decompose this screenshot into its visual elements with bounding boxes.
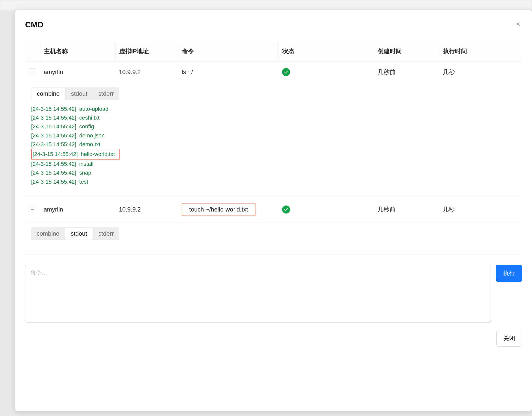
log-line: [24-3-15 14:55:42]snap: [31, 168, 516, 177]
tab-combine[interactable]: combine: [31, 227, 65, 240]
log-output: [24-3-15 14:55:42]auto-upload[24-3-15 14…: [31, 105, 516, 186]
row-expander[interactable]: −: [29, 206, 36, 213]
log-line: [24-3-15 14:55:42]test: [31, 177, 516, 186]
th-status: 状态: [279, 42, 374, 62]
tab-stderr[interactable]: stderr: [93, 227, 119, 240]
expanded-row: combinestdoutstderr[24-3-15 14:55:42]aut…: [25, 83, 522, 196]
execute-button[interactable]: 执行: [496, 265, 522, 282]
tab-stdout[interactable]: stdout: [65, 87, 93, 100]
cell-exec: 几秒: [439, 196, 522, 223]
close-button[interactable]: 关闭: [496, 330, 522, 347]
close-icon[interactable]: [514, 20, 522, 29]
tab-stderr[interactable]: stderr: [93, 87, 119, 100]
check-icon: [282, 68, 290, 76]
modal-footer: 关闭: [25, 330, 522, 347]
table-row: −amyrlin10.9.9.2ls ~/几秒前几秒: [25, 62, 522, 83]
modal-title: CMD: [25, 20, 43, 29]
modal-header: CMD: [25, 20, 522, 29]
log-line: [24-3-15 14:55:42]demo.txt: [31, 140, 516, 149]
table-row: −amyrlin10.9.9.2touch ~/hello-world.txt几…: [25, 196, 522, 223]
log-line: [24-3-15 14:55:42]install: [31, 160, 516, 168]
highlight-annotation: [24-3-15 14:55:42]hello-world.txt: [31, 149, 120, 160]
cmd-table: 主机名称 虚拟IP地址 命令 状态 创建时间 执行时间 −amyrlin10.9…: [25, 42, 522, 255]
cell-host: amyrlin: [40, 196, 115, 223]
cell-cmd: ls ~/: [178, 62, 279, 83]
cell-host: amyrlin: [40, 62, 115, 83]
cell-status: [279, 196, 374, 223]
cell-created: 几秒前: [374, 62, 439, 83]
log-line: [24-3-15 14:55:42]config: [31, 122, 516, 131]
log-line: [24-3-15 14:55:42]demo.json: [31, 131, 516, 140]
log-line: [24-3-15 14:55:42]auto-upload: [31, 105, 516, 113]
cell-ip: 10.9.9.2: [115, 196, 178, 223]
output-tabs: combinestdoutstderr: [31, 87, 119, 100]
tab-combine[interactable]: combine: [31, 87, 65, 100]
cmd-input-row: 执行: [25, 265, 522, 323]
log-line: [24-3-15 14:55:42]ceshi.txt: [31, 113, 516, 122]
cell-status: [279, 62, 374, 83]
row-expander[interactable]: −: [29, 68, 36, 76]
log-line: [24-3-15 14:55:42]hello-world.txt: [31, 149, 516, 160]
expanded-row: combinestdoutstderr: [25, 223, 522, 254]
cmd-textarea[interactable]: [25, 265, 491, 323]
th-created: 创建时间: [374, 42, 439, 62]
cell-ip: 10.9.9.2: [115, 62, 178, 83]
output-tabs: combinestdoutstderr: [31, 227, 119, 240]
cell-exec: 几秒: [439, 62, 522, 83]
cmd-modal: CMD 主机名称 虚拟IP地址 命令 状态 创建时间 执行时间 −amyrlin…: [15, 10, 532, 411]
highlight-annotation: touch ~/hello-world.txt: [182, 203, 255, 216]
th-exec: 执行时间: [439, 42, 522, 62]
check-icon: [282, 205, 290, 214]
tab-stdout[interactable]: stdout: [65, 227, 93, 240]
th-ip: 虚拟IP地址: [115, 42, 178, 62]
th-cmd: 命令: [178, 42, 279, 62]
th-host: 主机名称: [40, 42, 115, 62]
cell-created: 几秒前: [374, 196, 439, 223]
cell-cmd: touch ~/hello-world.txt: [178, 196, 279, 223]
